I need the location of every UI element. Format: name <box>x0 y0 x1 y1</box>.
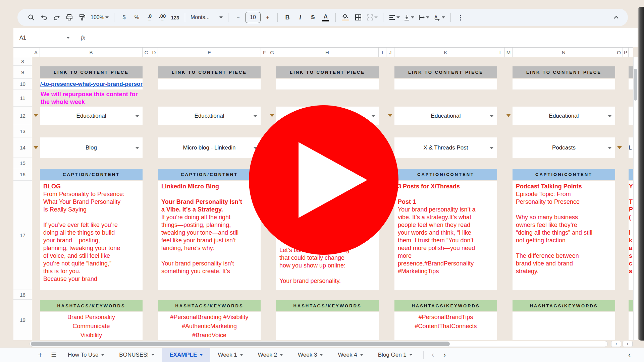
column-header-M[interactable]: M <box>505 48 513 57</box>
font-size-input[interactable]: 10 <box>245 12 261 23</box>
increase-decimal-button[interactable]: .00→ <box>157 12 168 23</box>
add-sheet-button[interactable]: + <box>34 348 47 362</box>
column-header-B[interactable]: B <box>40 48 143 57</box>
redo-icon[interactable] <box>51 12 62 23</box>
merge-cells-button[interactable] <box>365 12 379 23</box>
text-wrap-button[interactable] <box>417 12 431 23</box>
scroll-left-arrow-icon[interactable]: ‹ <box>611 341 621 347</box>
scroll-right-arrow-icon[interactable]: › <box>623 341 633 347</box>
tab-week-4[interactable]: Week 4 <box>330 348 370 362</box>
column-header-I[interactable]: I <box>379 48 386 57</box>
tab-how-to-use[interactable]: How To Use <box>60 348 112 362</box>
row-header-12[interactable]: 12 <box>13 107 32 125</box>
strikethrough-button[interactable]: S <box>307 12 319 23</box>
column-header-P[interactable]: P <box>623 48 629 57</box>
tab-week-2[interactable]: Week 2 <box>251 348 290 362</box>
hashtags-header-cell[interactable]: HASHTAGS/KEYWORDS <box>513 300 615 311</box>
format-dropdown[interactable]: X & Threads Post <box>394 137 497 158</box>
caption-header-cell[interactable]: CAPTION/CONTENT <box>40 169 143 180</box>
bold-button[interactable]: B <box>282 12 293 23</box>
row-header-19[interactable]: 19 <box>13 300 32 340</box>
content-link-cell[interactable]: /-to-presence-what-your-brand-personalit <box>40 79 143 89</box>
number-format-button[interactable]: 123 <box>169 12 181 23</box>
content-type-dropdown[interactable]: Educational <box>513 107 615 125</box>
row-header-10[interactable]: 10 <box>13 79 32 89</box>
prev-sheet-arrow-icon[interactable]: ‹ <box>427 351 439 359</box>
content-link-cell[interactable] <box>513 79 615 89</box>
undo-icon[interactable] <box>38 12 50 23</box>
hashtags-header-cell[interactable]: HASHTAGS/KEYWORDS <box>394 300 497 311</box>
decrease-decimal-button[interactable]: .0← <box>144 12 155 23</box>
row-header-8[interactable]: 8 <box>13 57 32 66</box>
row-header-9[interactable]: 9 <box>13 66 32 79</box>
font-select[interactable]: Monts... <box>189 12 224 23</box>
hashtags-cell[interactable] <box>276 312 379 340</box>
italic-button[interactable]: I <box>294 12 306 23</box>
content-link-cell[interactable] <box>158 79 261 89</box>
tab-example[interactable]: EXAMPLE <box>162 348 210 362</box>
column-header-L[interactable]: L <box>497 48 505 57</box>
name-box[interactable]: A1 <box>13 35 74 41</box>
increase-font-size-button[interactable]: + <box>262 12 273 23</box>
more-options-icon[interactable]: ⋮ <box>455 12 466 23</box>
row-dropdown-arrow-icon[interactable] <box>34 114 38 117</box>
borders-button[interactable] <box>353 12 364 23</box>
column-header-K[interactable]: K <box>394 48 497 57</box>
hide-toolbar-chevron-icon[interactable] <box>610 12 622 23</box>
text-rotation-button[interactable]: A <box>432 12 446 23</box>
content-link-cell[interactable] <box>276 79 379 89</box>
play-button[interactable] <box>249 105 398 255</box>
caption-cell[interactable]: BLOG From Personality to Presence: What … <box>40 181 143 290</box>
column-header-G[interactable]: G <box>268 48 276 57</box>
caption-header-cell[interactable]: CAPTION/CONTENT <box>158 169 261 180</box>
caption-header-cell[interactable]: CAPTION/CONTENT <box>394 169 497 180</box>
row-dropdown-arrow-icon[interactable] <box>617 146 622 149</box>
column-header-F[interactable]: F <box>261 48 268 57</box>
link-header-cell[interactable]: LINK TO CONTENT PIECE <box>158 66 261 78</box>
row-header-16[interactable]: 16 <box>13 168 32 181</box>
link-header-cell[interactable]: LINK TO CONTENT PIECE <box>276 66 379 78</box>
horizontal-align-button[interactable] <box>387 12 401 23</box>
row-header-17[interactable]: 17 <box>13 181 32 290</box>
content-type-dropdown[interactable]: Educational <box>40 107 143 125</box>
format-dropdown[interactable]: Blog <box>40 137 143 158</box>
column-header-A[interactable]: A <box>32 48 40 57</box>
currency-format-button[interactable]: $ <box>118 12 130 23</box>
hashtags-header-cell[interactable]: HASHTAGS/KEYWORDS <box>276 300 379 311</box>
hashtags-cell[interactable]: #PersonalBrandTips #ContentThatConnects <box>394 312 497 340</box>
row-header-18[interactable]: 18 <box>13 290 32 300</box>
column-header-C[interactable]: C <box>143 48 150 57</box>
next-sheet-arrow-icon[interactable]: › <box>439 351 450 359</box>
column-header-J[interactable]: J <box>386 48 394 57</box>
fill-color-button[interactable] <box>340 12 351 23</box>
caption-cell[interactable]: Podcast Talking Points Episode Topic: Fr… <box>513 181 615 290</box>
content-type-dropdown[interactable]: Educational <box>158 107 261 125</box>
search-icon[interactable] <box>25 12 37 23</box>
column-header-D[interactable]: D <box>150 48 158 57</box>
vertical-scrollbar-thumb[interactable] <box>634 69 637 101</box>
row-dropdown-arrow-icon[interactable] <box>34 146 38 149</box>
paint-format-icon[interactable] <box>76 12 88 23</box>
tab-week-1[interactable]: Week 1 <box>210 348 250 362</box>
row-header-15[interactable]: 15 <box>13 158 32 168</box>
percent-format-button[interactable]: % <box>131 12 143 23</box>
repurpose-note-cell[interactable]: We will repurpose this content for the w… <box>40 89 143 107</box>
column-header-E[interactable]: E <box>158 48 261 57</box>
hashtags-cell[interactable]: #PersonalBranding #Visibility #Authentic… <box>158 312 261 340</box>
link-header-cell[interactable]: LINK TO CONTENT PIECE <box>394 66 497 78</box>
all-sheets-menu-icon[interactable]: ☰ <box>47 348 60 362</box>
column-header-N[interactable]: N <box>513 48 615 57</box>
content-type-dropdown[interactable]: Educational <box>394 107 497 125</box>
format-dropdown[interactable]: Podcasts <box>513 137 615 158</box>
horizontal-scrollbar-thumb[interactable] <box>31 342 450 346</box>
tab-week-3[interactable]: Week 3 <box>290 348 330 362</box>
content-link-cell[interactable] <box>394 79 497 89</box>
link-header-cell[interactable]: LINK TO CONTENT PIECE <box>40 66 143 78</box>
hashtags-header-cell[interactable]: HASHTAGS/KEYWORDS <box>158 300 261 311</box>
row-header-13[interactable]: 13 <box>13 125 32 137</box>
row-header-11[interactable]: 11 <box>13 89 32 107</box>
text-color-button[interactable]: A <box>320 12 331 23</box>
column-header-O[interactable]: O <box>615 48 623 57</box>
hashtags-cell[interactable] <box>513 312 615 340</box>
hashtags-cell[interactable]: Brand Personality Communicate Visibility <box>40 312 143 340</box>
